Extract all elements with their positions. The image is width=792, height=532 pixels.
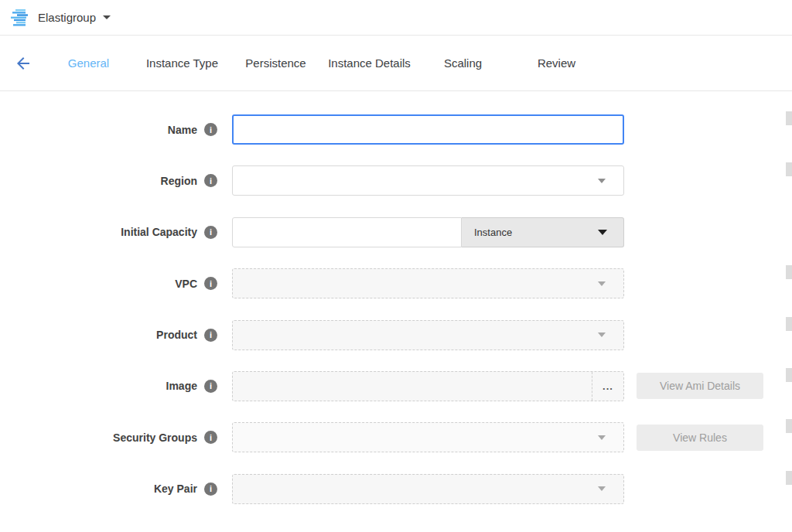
cutoff-fragment (786, 265, 792, 279)
form-row-security-groups: Security Groups i View Rules (0, 422, 792, 452)
tab-instance-type[interactable]: Instance Type (135, 56, 229, 70)
initial-capacity-input[interactable] (232, 217, 462, 247)
label-col: Region i (0, 174, 217, 187)
image-picker: ... (232, 371, 624, 401)
chevron-down-icon (598, 230, 607, 235)
tab-general[interactable]: General (42, 56, 135, 70)
info-icon[interactable]: i (204, 174, 217, 187)
tab-review[interactable]: Review (510, 56, 603, 70)
info-icon[interactable]: i (204, 380, 217, 393)
image-picker-value (233, 372, 592, 401)
form-row-product: Product i (0, 320, 792, 350)
back-button[interactable] (13, 53, 33, 73)
label-col: Security Groups i (0, 431, 217, 444)
back-arrow-icon (14, 54, 32, 73)
image-label: Image (166, 380, 197, 392)
vpc-select (232, 268, 624, 298)
security-groups-select (232, 422, 624, 452)
label-col: VPC i (0, 277, 217, 290)
info-icon[interactable]: i (204, 329, 217, 342)
product-label: Product (156, 329, 197, 341)
info-icon[interactable]: i (204, 431, 217, 444)
form-row-vpc: VPC i (0, 268, 792, 298)
name-input[interactable] (232, 114, 624, 145)
cutoff-fragment (786, 317, 792, 331)
info-icon[interactable]: i (204, 277, 217, 290)
capacity-unit-value: Instance (474, 227, 512, 238)
initial-capacity-label: Initial Capacity (121, 226, 197, 238)
region-select[interactable] (232, 165, 624, 196)
field-col (232, 165, 624, 196)
cutoff-fragment (786, 471, 792, 485)
region-label: Region (161, 175, 197, 187)
product-select (232, 320, 624, 350)
app-header: Elastigroup (0, 0, 792, 36)
info-icon[interactable]: i (204, 226, 217, 239)
capacity-unit-select[interactable]: Instance (462, 217, 624, 247)
field-col: View Rules (232, 422, 763, 452)
field-col: Instance (232, 217, 624, 247)
key-pair-label: Key Pair (154, 483, 197, 495)
field-col: ... View Ami Details (232, 371, 763, 401)
tab-persistence[interactable]: Persistence (229, 56, 323, 70)
chevron-down-icon (598, 435, 606, 440)
chevron-down-icon (598, 179, 606, 183)
app-switcher-label[interactable]: Elastigroup (38, 11, 96, 24)
chevron-down-icon (598, 332, 606, 337)
field-col (232, 114, 624, 145)
tab-scaling[interactable]: Scaling (416, 56, 510, 70)
image-browse-button[interactable]: ... (592, 372, 623, 401)
chevron-down-icon (598, 281, 606, 286)
cutoff-fragment (786, 111, 792, 125)
security-groups-label: Security Groups (113, 431, 197, 444)
info-icon[interactable]: i (204, 483, 217, 496)
tab-instance-details[interactable]: Instance Details (323, 56, 416, 70)
wizard-tabs: General Instance Type Persistence Instan… (42, 56, 603, 70)
form-row-region: Region i (0, 165, 792, 196)
label-col: Name i (0, 123, 217, 136)
form-row-initial-capacity: Initial Capacity i Instance (0, 217, 792, 247)
cutoff-fragment (786, 368, 792, 382)
name-label: Name (168, 124, 197, 136)
label-col: Product i (0, 329, 217, 342)
label-col: Key Pair i (0, 483, 217, 496)
form-row-name: Name i (0, 114, 792, 145)
elastigroup-logo-icon (11, 9, 31, 27)
form-row-image: Image i ... View Ami Details (0, 371, 792, 401)
cutoff-fragment (786, 162, 792, 176)
chevron-down-icon (598, 486, 606, 491)
view-rules-button[interactable]: View Rules (637, 425, 763, 451)
general-form: Name i Region i Initial Capacity i (0, 91, 792, 504)
label-col: Image i (0, 380, 217, 393)
cutoff-fragment (786, 419, 792, 433)
key-pair-select (232, 474, 624, 504)
form-row-key-pair: Key Pair i (0, 474, 792, 504)
field-col (232, 320, 624, 350)
field-col (232, 268, 624, 298)
info-icon[interactable]: i (204, 123, 217, 136)
view-ami-details-button[interactable]: View Ami Details (637, 373, 763, 399)
wizard-tabbar: General Instance Type Persistence Instan… (0, 36, 792, 91)
app-switcher-caret-icon[interactable] (103, 15, 111, 19)
label-col: Initial Capacity i (0, 226, 217, 239)
vpc-label: VPC (175, 278, 197, 290)
initial-capacity-group: Instance (232, 217, 624, 247)
field-col (232, 474, 624, 504)
